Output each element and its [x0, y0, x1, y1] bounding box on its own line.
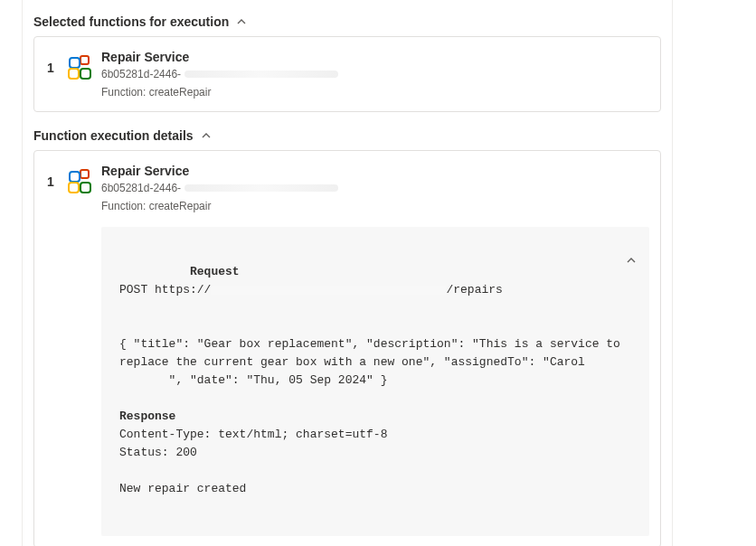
- response-status: Status: 200: [119, 446, 197, 459]
- app-logo-icon: [67, 55, 92, 80]
- selected-functions-title: Selected functions for execution: [33, 14, 229, 29]
- execution-details-header[interactable]: Function execution details: [33, 119, 661, 150]
- response-heading: Response: [119, 410, 175, 423]
- response-content-type: Content-Type: text/html; charset=utf-8: [119, 428, 387, 441]
- app-logo-icon: [67, 169, 92, 194]
- redacted-id-suffix: [184, 71, 338, 78]
- response-body: New repair created: [119, 482, 246, 495]
- svg-rect-2: [69, 69, 79, 79]
- chevron-up-icon: [236, 16, 247, 27]
- request-response-block: Request POST https:///repairs { "title":…: [101, 227, 649, 536]
- svg-rect-0: [80, 56, 89, 64]
- function-row: 1 Repair Service 6b05281d-2446- Function…: [47, 48, 649, 100]
- function-service-id: 6b05281d-2446-: [101, 66, 649, 82]
- execution-detail-card: 1 Repair Service 6b05281d-2446- Function…: [33, 150, 661, 546]
- execution-details-title: Function execution details: [33, 128, 194, 143]
- request-body: { "title": "Gear box replacement", "desc…: [119, 337, 628, 387]
- function-index: 1: [47, 162, 60, 189]
- svg-rect-1: [70, 58, 80, 68]
- function-name-label: Function: createRepair: [101, 198, 649, 214]
- execution-panel: Selected functions for execution 1 Repai…: [22, 0, 673, 546]
- function-service-name: Repair Service: [101, 162, 649, 180]
- function-service-name: Repair Service: [101, 48, 649, 66]
- selected-function-card: 1 Repair Service 6b05281d-2446- Function…: [33, 36, 661, 112]
- svg-rect-6: [69, 183, 79, 193]
- svg-rect-5: [70, 172, 80, 182]
- redacted-id-suffix: [184, 184, 338, 192]
- function-row: 1 Repair Service 6b05281d-2446- Function…: [47, 162, 649, 536]
- function-id-prefix: 6b05281d-2446-: [101, 66, 181, 82]
- request-method-url-prefix: POST https://: [119, 283, 211, 297]
- selected-functions-header[interactable]: Selected functions for execution: [33, 5, 661, 36]
- function-index: 1: [47, 48, 60, 75]
- function-id-prefix: 6b05281d-2446-: [101, 180, 181, 196]
- request-heading: Request: [190, 265, 240, 278]
- request-path-suffix: /repairs: [446, 283, 502, 297]
- function-name-label: Function: createRepair: [101, 84, 649, 100]
- svg-rect-7: [80, 183, 90, 193]
- function-meta: Repair Service 6b05281d-2446- Function: …: [101, 162, 649, 536]
- function-service-id: 6b05281d-2446-: [101, 180, 649, 196]
- function-meta: Repair Service 6b05281d-2446- Function: …: [101, 48, 649, 100]
- chevron-up-icon[interactable]: [541, 236, 637, 290]
- svg-rect-4: [80, 170, 89, 178]
- redacted-host: [211, 286, 446, 295]
- svg-rect-3: [80, 69, 90, 79]
- chevron-up-icon: [201, 130, 212, 141]
